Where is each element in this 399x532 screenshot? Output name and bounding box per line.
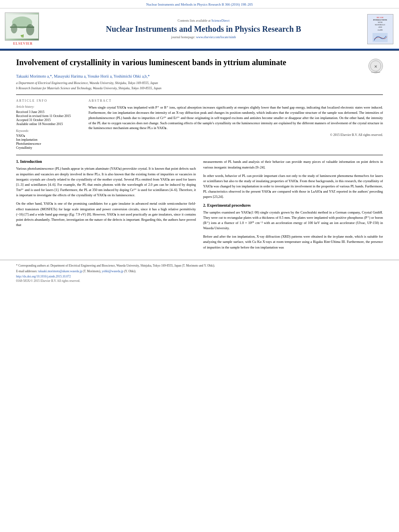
- cover-thumbnail-area: BEAM INTERACTIONS WITH MATERIALS AND Ato…: [366, 14, 394, 44]
- section-divider-1: [16, 94, 383, 95]
- journal-header: 🌿 ELSEVIER Contents lists available at S…: [0, 8, 399, 49]
- history-label: Article history:: [16, 105, 80, 109]
- issn-line: 0168-583X/© 2015 Elsevier B.V. All right…: [16, 279, 383, 283]
- keyword-4: Crystallinity: [16, 146, 80, 150]
- authors-line: Takaaki Morimoto a,*, Masayuki Harima a,…: [16, 73, 383, 79]
- footnote-star: * Corresponding authors at: Department o…: [16, 263, 383, 268]
- section-divider-2: [16, 155, 383, 155]
- online-date: Available online 18 November 2015: [16, 122, 80, 126]
- affiliation-b: b Research Institute for Materials Scien…: [16, 86, 383, 90]
- abstract-column: ABSTRACT When single crystal YAlO₃ was i…: [88, 99, 383, 150]
- cover-thumbnail: BEAM INTERACTIONS WITH MATERIALS AND Ato…: [367, 14, 393, 44]
- keyword-3: Photoluminescence: [16, 142, 80, 146]
- keyword-1: YAlO₃: [16, 134, 80, 138]
- article-body: Involvement of crystallinity in various …: [0, 51, 399, 260]
- elsevier-label: ELSEVIER: [5, 42, 41, 45]
- svg-text:✕: ✕: [374, 64, 377, 69]
- footer-area: * Corresponding authors at: Department o…: [0, 260, 399, 286]
- crossmark-badge[interactable]: ✕ CrossMark: [368, 59, 383, 73]
- right-para-2: In other words, behavior of PL can provi…: [203, 173, 383, 200]
- journal-reference-bar: Nuclear Instruments and Methods in Physi…: [0, 0, 399, 8]
- article-title: Involvement of crystallinity in various …: [16, 57, 364, 68]
- contents-line: Contents lists available at ScienceDirec…: [45, 19, 362, 23]
- exp-heading: 2. Experimental procedures: [203, 203, 383, 207]
- article-info-label: ARTICLE INFO: [16, 99, 80, 103]
- abstract-text: When single crystal YAlO₃ was implanted …: [88, 105, 383, 131]
- intro-para-2: On the other hand, YAlO₃ is one of the p…: [16, 201, 196, 228]
- publisher-logo-area: 🌿 ELSEVIER: [5, 12, 41, 45]
- keywords-label: Keywords:: [16, 129, 80, 133]
- copyright-line: © 2015 Elsevier B.V. All rights reserved…: [88, 133, 383, 137]
- journal-name: Nuclear Instruments and Methods in Physi…: [45, 24, 362, 34]
- body-left-column: 1. Introduction Various photoluminescenc…: [16, 159, 196, 253]
- journal-title-area: Contents lists available at ScienceDirec…: [45, 19, 362, 39]
- svg-point-4: [26, 24, 34, 35]
- journal-ref-text: Nuclear Instruments and Methods in Physi…: [146, 2, 253, 6]
- article-info-column: ARTICLE INFO Article history: Received 3…: [16, 99, 80, 150]
- exp-para-2: Before and after the ion implantation, X…: [203, 234, 383, 250]
- crossmark-area[interactable]: ✕ CrossMark: [368, 59, 383, 73]
- received-date: Received 3 June 2015: [16, 110, 80, 114]
- svg-point-3: [11, 24, 17, 33]
- body-columns: 1. Introduction Various photoluminescenc…: [16, 159, 383, 253]
- title-row: Involvement of crystallinity in various …: [16, 57, 383, 73]
- footnote-email: E-mail addresses: takaaki.morimoto@akane…: [16, 269, 383, 273]
- revised-date: Received in revised form 11 October 2015: [16, 114, 80, 118]
- elsevier-logo-image: 🌿: [5, 12, 39, 41]
- intro-para-1: Various photoluminescence (PL) bands app…: [16, 166, 196, 198]
- svg-text:🌿: 🌿: [20, 34, 24, 38]
- intro-heading: 1. Introduction: [16, 159, 196, 164]
- affiliation-a: a Department of Electrical Engineering a…: [16, 81, 383, 85]
- body-right-column: measurements of PL bands and analysis of…: [203, 159, 383, 253]
- keyword-2: Ion implantation: [16, 138, 80, 142]
- right-para-1: measurements of PL bands and analysis of…: [203, 159, 383, 170]
- doi-line: http://dx.doi.org/10.1016/j.nimb.2015.10…: [16, 275, 383, 278]
- info-abstract-row: ARTICLE INFO Article history: Received 3…: [16, 99, 383, 150]
- abstract-label: ABSTRACT: [88, 99, 383, 103]
- journal-homepage: journal homepage: www.elsevier.com/locat…: [45, 35, 362, 39]
- accepted-date: Accepted 31 October 2015: [16, 118, 80, 122]
- exp-para-1: The samples examined are YAlO₃(1 00) sin…: [203, 210, 383, 231]
